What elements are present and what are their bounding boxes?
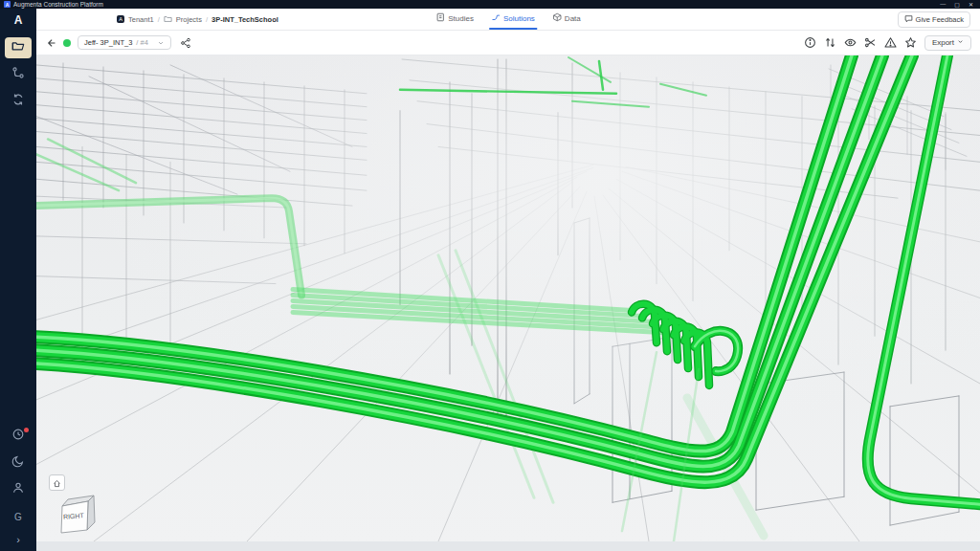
main-tabs: Studies Solutions Data — [434, 9, 583, 30]
breadcrumb-separator: / — [158, 15, 160, 24]
scissors-icon[interactable] — [864, 36, 877, 49]
breadcrumb-tenant[interactable]: Tenant1 — [128, 15, 154, 24]
history-icon — [11, 428, 25, 445]
fog-overlay — [36, 55, 980, 541]
home-icon — [53, 474, 61, 492]
route-icon — [11, 66, 25, 83]
sync-icon — [11, 93, 25, 110]
share-button[interactable] — [180, 37, 191, 49]
app-window: A Augmenta Construction Platform — ▢ ✕ A — [0, 0, 980, 551]
breadcrumb: A Tenant1 / Projects / 3P-INT_TechSchool — [36, 14, 278, 25]
window-titlebar: A Augmenta Construction Platform — ▢ ✕ — [0, 0, 980, 9]
letter-g-icon: G — [14, 512, 22, 522]
give-feedback-button[interactable]: Give Feedback — [898, 11, 970, 28]
window-controls: — ▢ ✕ — [940, 1, 976, 8]
breadcrumb-separator: / — [206, 15, 208, 24]
viewer-toolbar-right: Export — [804, 35, 971, 51]
chevron-down-icon — [157, 39, 165, 47]
compare-icon[interactable] — [824, 36, 836, 49]
tab-data[interactable]: Data — [550, 9, 583, 30]
solution-select[interactable]: Jeff- 3P_INT_3 / #4 — [78, 35, 171, 50]
breadcrumb-project-name[interactable]: 3P-INT_TechSchool — [212, 15, 278, 24]
user-icon — [11, 481, 25, 498]
route-icon — [491, 12, 501, 24]
tab-label: Data — [565, 14, 581, 23]
warning-icon[interactable] — [884, 36, 897, 49]
cube-icon — [552, 12, 562, 24]
sidebar-item-language[interactable]: G — [5, 506, 32, 527]
export-button[interactable]: Export — [924, 35, 971, 51]
wireframe-model — [36, 55, 980, 541]
sidebar-expand-chevron[interactable]: › — [16, 530, 20, 551]
sidebar-item-profile[interactable] — [5, 479, 32, 500]
back-button[interactable] — [45, 37, 56, 49]
breadcrumb-projects[interactable]: Projects — [176, 15, 202, 24]
chevron-down-icon — [957, 38, 964, 47]
export-label: Export — [932, 38, 954, 47]
document-icon — [435, 12, 445, 24]
view-cube[interactable]: RIGHT — [54, 491, 100, 537]
moon-icon — [11, 454, 25, 472]
solution-name: Jeff- 3P_INT_3 — [84, 38, 132, 47]
star-icon[interactable] — [904, 36, 917, 49]
close-button[interactable]: ✕ — [969, 1, 973, 8]
tab-label: Studies — [448, 14, 474, 23]
tab-solutions[interactable]: Solutions — [489, 9, 537, 30]
sidebar-item-history[interactable] — [5, 426, 32, 447]
window-title: Augmenta Construction Platform — [13, 1, 937, 8]
feedback-icon — [904, 14, 913, 25]
tab-studies[interactable]: Studies — [434, 9, 476, 30]
3d-viewport[interactable]: RIGHT — [36, 55, 980, 541]
sidebar-item-projects[interactable] — [5, 37, 32, 58]
top-nav: A Tenant1 / Projects / 3P-INT_TechSchool — [36, 9, 980, 31]
solution-version: / #4 — [136, 38, 148, 47]
folder-icon — [11, 39, 25, 56]
eye-icon[interactable] — [844, 36, 857, 49]
home-view-button[interactable] — [49, 474, 65, 491]
sidebar-item-sync[interactable] — [5, 91, 32, 112]
minimize-button[interactable]: — — [940, 1, 946, 8]
sidebar-logo: A — [14, 9, 23, 34]
info-icon[interactable] — [804, 36, 816, 49]
sidebar-item-dark-mode[interactable] — [5, 452, 32, 474]
viewer-toolbar: Jeff- 3P_INT_3 / #4 — [36, 31, 980, 55]
solution-status-dot — [63, 39, 71, 47]
projects-folder-icon — [164, 14, 172, 25]
notification-badge — [24, 428, 29, 432]
sidebar-item-routing[interactable] — [5, 64, 32, 85]
feedback-label: Give Feedback — [916, 15, 964, 24]
tab-label: Solutions — [503, 14, 535, 23]
app-logo: A — [4, 1, 11, 8]
sidebar: A — [0, 9, 36, 551]
bottom-strip — [36, 541, 980, 551]
maximize-button[interactable]: ▢ — [954, 1, 960, 8]
tenant-avatar: A — [117, 15, 124, 23]
